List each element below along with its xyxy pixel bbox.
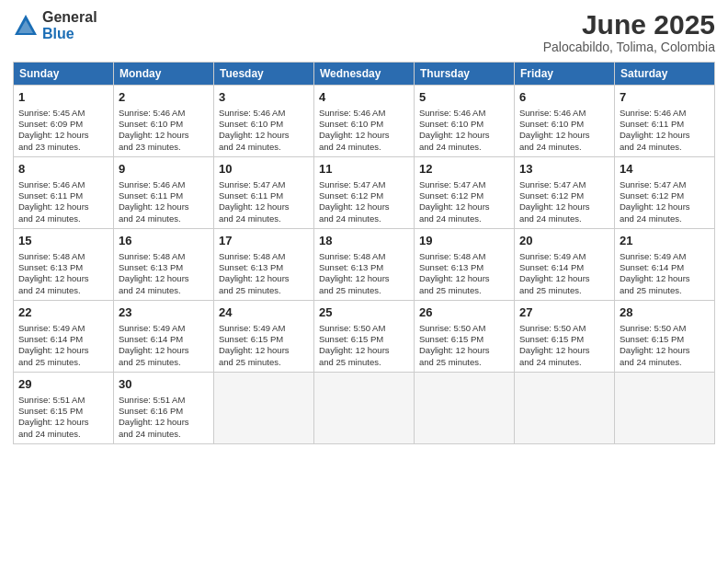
day-info: Sunrise: 5:46 AM Sunset: 6:11 PM Dayligh… [119, 179, 209, 224]
day-info: Sunrise: 5:50 AM Sunset: 6:15 PM Dayligh… [319, 323, 409, 368]
calendar-cell [214, 373, 314, 444]
column-header-monday: Monday [114, 63, 214, 86]
day-number: 17 [219, 233, 309, 249]
day-info: Sunrise: 5:48 AM Sunset: 6:13 PM Dayligh… [419, 251, 509, 296]
calendar-cell: 2Sunrise: 5:46 AM Sunset: 6:10 PM Daylig… [114, 86, 214, 157]
day-number: 2 [119, 89, 209, 106]
calendar-cell: 16Sunrise: 5:48 AM Sunset: 6:13 PM Dayli… [114, 229, 214, 301]
day-number: 7 [620, 89, 710, 106]
title-block: June 2025 Palocabildo, Tolima, Colombia [543, 9, 715, 54]
day-number: 20 [519, 233, 609, 249]
day-info: Sunrise: 5:48 AM Sunset: 6:13 PM Dayligh… [18, 251, 108, 296]
day-number: 24 [219, 304, 309, 321]
calendar-cell: 15Sunrise: 5:48 AM Sunset: 6:13 PM Dayli… [14, 229, 114, 301]
day-info: Sunrise: 5:47 AM Sunset: 6:12 PM Dayligh… [519, 179, 609, 224]
calendar-cell: 26Sunrise: 5:50 AM Sunset: 6:15 PM Dayli… [415, 301, 515, 373]
day-info: Sunrise: 5:46 AM Sunset: 6:10 PM Dayligh… [519, 108, 609, 153]
calendar-cell: 20Sunrise: 5:49 AM Sunset: 6:14 PM Dayli… [515, 229, 615, 301]
day-info: Sunrise: 5:49 AM Sunset: 6:14 PM Dayligh… [519, 251, 609, 296]
day-info: Sunrise: 5:46 AM Sunset: 6:10 PM Dayligh… [119, 108, 209, 153]
day-number: 10 [219, 161, 309, 178]
day-number: 23 [119, 304, 209, 321]
calendar-cell: 3Sunrise: 5:46 AM Sunset: 6:10 PM Daylig… [214, 86, 314, 157]
column-header-saturday: Saturday [615, 63, 715, 86]
day-number: 18 [319, 233, 409, 249]
calendar-cell: 5Sunrise: 5:46 AM Sunset: 6:10 PM Daylig… [415, 86, 515, 157]
day-number: 21 [620, 233, 710, 249]
calendar-week-3: 15Sunrise: 5:48 AM Sunset: 6:13 PM Dayli… [14, 229, 715, 301]
day-number: 1 [18, 89, 108, 106]
day-info: Sunrise: 5:49 AM Sunset: 6:14 PM Dayligh… [18, 323, 108, 368]
day-info: Sunrise: 5:47 AM Sunset: 6:12 PM Dayligh… [319, 179, 409, 224]
calendar-cell: 24Sunrise: 5:49 AM Sunset: 6:15 PM Dayli… [214, 301, 314, 373]
day-info: Sunrise: 5:51 AM Sunset: 6:16 PM Dayligh… [119, 395, 209, 440]
day-info: Sunrise: 5:51 AM Sunset: 6:15 PM Dayligh… [18, 395, 108, 440]
day-number: 28 [620, 304, 710, 321]
logo-text: General Blue [42, 9, 97, 41]
calendar-cell: 14Sunrise: 5:47 AM Sunset: 6:12 PM Dayli… [615, 157, 715, 229]
day-info: Sunrise: 5:47 AM Sunset: 6:12 PM Dayligh… [419, 179, 509, 224]
day-number: 3 [219, 89, 309, 106]
calendar-cell [415, 373, 515, 444]
calendar-cell: 27Sunrise: 5:50 AM Sunset: 6:15 PM Dayli… [515, 301, 615, 373]
day-number: 13 [519, 161, 609, 178]
column-header-friday: Friday [515, 63, 615, 86]
day-number: 6 [519, 89, 609, 106]
day-number: 29 [18, 376, 108, 393]
page: General Blue June 2025 Palocabildo, Toli… [0, 0, 728, 563]
calendar-cell: 13Sunrise: 5:47 AM Sunset: 6:12 PM Dayli… [515, 157, 615, 229]
day-info: Sunrise: 5:49 AM Sunset: 6:14 PM Dayligh… [119, 323, 209, 368]
day-info: Sunrise: 5:50 AM Sunset: 6:15 PM Dayligh… [620, 323, 710, 368]
calendar-cell: 29Sunrise: 5:51 AM Sunset: 6:15 PM Dayli… [14, 373, 114, 444]
day-number: 27 [519, 304, 609, 321]
day-info: Sunrise: 5:50 AM Sunset: 6:15 PM Dayligh… [419, 323, 509, 368]
column-header-thursday: Thursday [415, 63, 515, 86]
day-info: Sunrise: 5:50 AM Sunset: 6:15 PM Dayligh… [519, 323, 609, 368]
day-info: Sunrise: 5:49 AM Sunset: 6:15 PM Dayligh… [219, 323, 309, 368]
day-number: 14 [620, 161, 710, 178]
calendar: SundayMondayTuesdayWednesdayThursdayFrid… [13, 62, 715, 444]
calendar-week-1: 1Sunrise: 5:45 AM Sunset: 6:09 PM Daylig… [14, 86, 715, 157]
day-info: Sunrise: 5:46 AM Sunset: 6:10 PM Dayligh… [419, 108, 509, 153]
calendar-cell: 1Sunrise: 5:45 AM Sunset: 6:09 PM Daylig… [14, 86, 114, 157]
day-number: 16 [119, 233, 209, 249]
day-number: 9 [119, 161, 209, 178]
day-info: Sunrise: 5:49 AM Sunset: 6:14 PM Dayligh… [620, 251, 710, 296]
day-number: 11 [319, 161, 409, 178]
day-info: Sunrise: 5:45 AM Sunset: 6:09 PM Dayligh… [18, 108, 108, 153]
day-number: 4 [319, 89, 409, 106]
subtitle: Palocabildo, Tolima, Colombia [543, 40, 715, 54]
day-number: 5 [419, 89, 509, 106]
day-number: 22 [18, 304, 108, 321]
calendar-week-5: 29Sunrise: 5:51 AM Sunset: 6:15 PM Dayli… [14, 373, 715, 444]
calendar-cell: 7Sunrise: 5:46 AM Sunset: 6:11 PM Daylig… [615, 86, 715, 157]
day-info: Sunrise: 5:48 AM Sunset: 6:13 PM Dayligh… [219, 251, 309, 296]
calendar-cell: 12Sunrise: 5:47 AM Sunset: 6:12 PM Dayli… [415, 157, 515, 229]
day-info: Sunrise: 5:46 AM Sunset: 6:10 PM Dayligh… [219, 108, 309, 153]
day-number: 8 [18, 161, 108, 178]
calendar-cell: 18Sunrise: 5:48 AM Sunset: 6:13 PM Dayli… [314, 229, 415, 301]
day-number: 25 [319, 304, 409, 321]
column-header-sunday: Sunday [14, 63, 114, 86]
calendar-cell: 17Sunrise: 5:48 AM Sunset: 6:13 PM Dayli… [214, 229, 314, 301]
calendar-cell: 9Sunrise: 5:46 AM Sunset: 6:11 PM Daylig… [114, 157, 214, 229]
day-info: Sunrise: 5:46 AM Sunset: 6:11 PM Dayligh… [620, 108, 710, 153]
logo: General Blue [13, 9, 97, 41]
calendar-cell: 21Sunrise: 5:49 AM Sunset: 6:14 PM Dayli… [615, 229, 715, 301]
calendar-cell: 6Sunrise: 5:46 AM Sunset: 6:10 PM Daylig… [515, 86, 615, 157]
day-info: Sunrise: 5:48 AM Sunset: 6:13 PM Dayligh… [319, 251, 409, 296]
column-header-wednesday: Wednesday [314, 63, 415, 86]
logo-general-text: General [42, 9, 97, 26]
calendar-cell: 10Sunrise: 5:47 AM Sunset: 6:11 PM Dayli… [214, 157, 314, 229]
calendar-cell: 30Sunrise: 5:51 AM Sunset: 6:16 PM Dayli… [114, 373, 214, 444]
day-info: Sunrise: 5:46 AM Sunset: 6:11 PM Dayligh… [18, 179, 108, 224]
calendar-cell: 19Sunrise: 5:48 AM Sunset: 6:13 PM Dayli… [415, 229, 515, 301]
calendar-cell: 28Sunrise: 5:50 AM Sunset: 6:15 PM Dayli… [615, 301, 715, 373]
main-title: June 2025 [543, 9, 715, 40]
calendar-cell: 23Sunrise: 5:49 AM Sunset: 6:14 PM Dayli… [114, 301, 214, 373]
day-info: Sunrise: 5:48 AM Sunset: 6:13 PM Dayligh… [119, 251, 209, 296]
day-number: 15 [18, 233, 108, 249]
logo-icon [13, 13, 39, 39]
calendar-cell: 25Sunrise: 5:50 AM Sunset: 6:15 PM Dayli… [314, 301, 415, 373]
day-info: Sunrise: 5:46 AM Sunset: 6:10 PM Dayligh… [319, 108, 409, 153]
